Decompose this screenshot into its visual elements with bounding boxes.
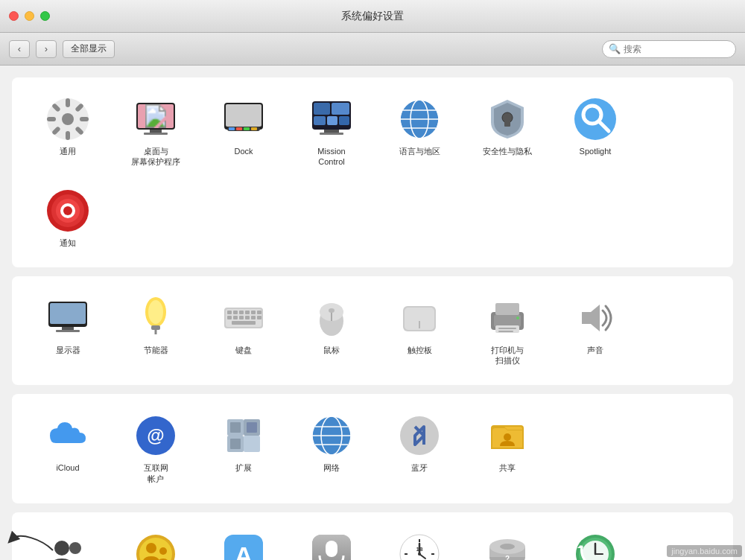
pref-trackpad[interactable]: 触控板 xyxy=(378,288,460,374)
extensions-label: 扩展 xyxy=(235,462,252,473)
pref-startup[interactable]: ? 启动磁盘 xyxy=(466,524,548,560)
minimize-button[interactable] xyxy=(25,11,34,21)
svg-point-104 xyxy=(69,542,81,554)
svg-rect-27 xyxy=(324,130,339,133)
pref-icloud[interactable]: iCloud xyxy=(27,406,109,491)
svg-rect-60 xyxy=(251,311,256,314)
svg-rect-20 xyxy=(251,127,257,130)
svg-rect-52 xyxy=(151,325,160,330)
svg-rect-58 xyxy=(239,311,244,314)
dock-icon xyxy=(221,97,266,141)
pref-energy[interactable]: 节能器 xyxy=(115,288,197,374)
svg-point-126 xyxy=(418,553,421,556)
icloud-icon xyxy=(45,413,90,458)
close-button[interactable] xyxy=(9,11,19,21)
svg-rect-92 xyxy=(244,436,260,452)
keyboard-icon xyxy=(221,296,266,340)
svg-rect-22 xyxy=(314,103,330,115)
pref-datetime[interactable]: 18 日期与时间 xyxy=(378,524,460,560)
forward-button[interactable]: › xyxy=(36,40,57,58)
pref-parental[interactable]: 家长控制 xyxy=(115,524,197,560)
notifications-icon xyxy=(45,188,90,233)
desktop-icon xyxy=(133,97,178,141)
pref-appstore[interactable]: A App Store xyxy=(203,524,285,560)
svg-rect-81 xyxy=(498,331,513,332)
search-input[interactable] xyxy=(624,44,729,54)
svg-rect-47 xyxy=(50,303,86,324)
pref-spotlight[interactable]: Spotlight xyxy=(554,89,636,175)
svg-rect-63 xyxy=(233,316,238,319)
pref-display[interactable]: 显示器 xyxy=(27,288,109,374)
pref-mission-control[interactable]: Mission Control xyxy=(291,89,372,175)
svg-text:18: 18 xyxy=(416,546,423,553)
pref-network[interactable]: 网络 xyxy=(291,406,372,491)
bluetooth-icon xyxy=(397,413,442,458)
svg-rect-49 xyxy=(56,330,80,332)
pref-security[interactable]: 安全性与隐私 xyxy=(466,89,548,175)
pref-internet-accounts[interactable]: @ 互联网 帐户 xyxy=(115,406,197,491)
pref-desktop[interactable]: 桌面与 屏幕保护程序 xyxy=(115,89,197,175)
svg-rect-67 xyxy=(257,316,261,319)
pref-bluetooth[interactable]: 蓝牙 xyxy=(378,406,460,491)
svg-point-82 xyxy=(516,316,519,319)
svg-point-51 xyxy=(148,300,163,324)
mission-control-label: Mission Control xyxy=(317,146,345,168)
timemachine-icon xyxy=(573,532,618,560)
pref-dictation[interactable]: 听写与语音 xyxy=(291,524,372,560)
spotlight-label: Spotlight xyxy=(580,146,612,156)
pref-keyboard[interactable]: 键盘 xyxy=(203,288,285,374)
show-all-button[interactable]: 全部显示 xyxy=(63,40,115,58)
pref-language[interactable]: 语言与地区 xyxy=(378,89,460,175)
section-hardware: 显示器 节能器 xyxy=(12,276,733,386)
back-button[interactable]: ‹ xyxy=(9,40,30,58)
svg-rect-19 xyxy=(244,127,250,130)
network-icon xyxy=(309,413,354,458)
pref-sharing[interactable]: 共享 xyxy=(466,406,548,491)
icloud-label: iCloud xyxy=(56,462,79,473)
keyboard-label: 键盘 xyxy=(235,345,252,355)
pref-timemachine[interactable]: Time Machine xyxy=(554,524,636,560)
svg-rect-15 xyxy=(226,104,261,127)
appstore-icon: A xyxy=(221,532,266,560)
pref-general[interactable]: 通用 xyxy=(27,89,109,175)
watermark: jingyan.baidu.com xyxy=(667,545,742,557)
pref-mouse[interactable]: 鼠标 xyxy=(291,288,372,374)
svg-point-107 xyxy=(146,543,156,553)
svg-rect-4 xyxy=(80,117,89,121)
pref-users[interactable]: 用户与群组 xyxy=(27,524,109,560)
svg-rect-26 xyxy=(339,116,349,125)
svg-rect-65 xyxy=(245,316,250,319)
svg-marker-83 xyxy=(582,305,600,331)
pref-dock[interactable]: Dock xyxy=(203,89,285,175)
svg-text:A: A xyxy=(235,541,253,560)
pref-sound[interactable]: 声音 xyxy=(554,288,636,374)
network-label: 网络 xyxy=(323,462,340,473)
svg-rect-13 xyxy=(144,133,168,135)
svg-rect-37 xyxy=(504,119,510,127)
pref-extensions[interactable]: 扩展 xyxy=(203,406,285,491)
dictation-icon xyxy=(309,532,354,560)
sharing-label: 共享 xyxy=(499,462,516,473)
general-label: 通用 xyxy=(60,146,76,156)
sharing-icon xyxy=(485,413,530,458)
svg-rect-23 xyxy=(332,103,349,115)
maximize-button[interactable] xyxy=(40,11,50,21)
svg-rect-25 xyxy=(327,116,337,125)
pref-notifications[interactable]: 通知 xyxy=(27,181,109,255)
svg-point-108 xyxy=(159,547,167,555)
spotlight-icon xyxy=(573,97,618,141)
trackpad-icon xyxy=(397,296,442,340)
security-icon xyxy=(485,97,530,141)
svg-rect-56 xyxy=(227,311,232,314)
printer-label: 打印机与 扫描仪 xyxy=(491,345,524,366)
section-system: 用户与群组 xyxy=(12,512,733,560)
svg-rect-24 xyxy=(314,116,326,125)
bluetooth-label: 蓝牙 xyxy=(411,462,428,473)
toolbar: ‹ › 全部显示 🔍 xyxy=(0,33,745,66)
language-icon xyxy=(397,97,442,141)
internet-accounts-icon: @ xyxy=(133,413,178,458)
pref-printer[interactable]: 打印机与 扫描仪 xyxy=(466,288,548,374)
display-label: 显示器 xyxy=(56,345,80,355)
svg-point-72 xyxy=(329,308,335,313)
svg-point-1 xyxy=(62,113,74,125)
